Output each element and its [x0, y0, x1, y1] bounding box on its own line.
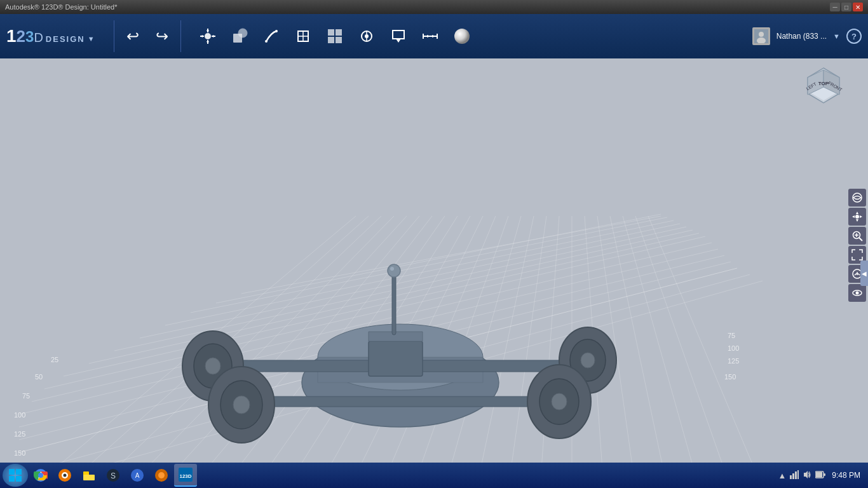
pattern-tool-button[interactable]	[353, 22, 381, 50]
svg-rect-80	[222, 396, 578, 407]
svg-rect-138	[16, 476, 22, 482]
pan-button[interactable]	[848, 208, 866, 226]
system-clock[interactable]: 9:48 PM	[832, 471, 860, 480]
svg-marker-159	[804, 471, 808, 478]
svg-rect-156	[792, 473, 794, 479]
app-name: DESIGN	[46, 34, 85, 44]
svg-marker-124	[856, 219, 858, 222]
tray-arrow-icon[interactable]: ▲	[778, 471, 786, 480]
svg-text:75: 75	[728, 332, 735, 339]
svg-marker-125	[852, 215, 855, 218]
taskbar-blender-icon[interactable]	[53, 464, 76, 487]
transform-icon	[199, 27, 217, 45]
svg-line-128	[859, 238, 862, 241]
toolbar: 123D DESIGN ▼ ↩ ↪	[0, 14, 868, 58]
toolbar-divider-1	[114, 20, 114, 52]
sketch-tool-button[interactable]	[257, 22, 285, 50]
construct-icon	[294, 27, 312, 45]
app-menu-arrow[interactable]: ▼	[88, 35, 95, 43]
svg-marker-7	[200, 35, 203, 37]
taskbar-app5-icon[interactable]: A	[126, 464, 149, 487]
svg-point-97	[390, 267, 394, 271]
taskbar-123d-icon[interactable]: 123D	[174, 464, 197, 487]
svg-point-134	[855, 292, 858, 295]
close-button[interactable]: ✕	[853, 3, 863, 11]
svg-marker-8	[213, 35, 215, 37]
avatar-icon	[754, 29, 768, 43]
svg-text:100: 100	[14, 411, 25, 419]
material-icon	[452, 27, 471, 46]
taskbar-steam-icon[interactable]: S	[102, 464, 125, 487]
primitives-tool-button[interactable]	[226, 22, 254, 50]
network-icon[interactable]	[790, 470, 799, 481]
svg-rect-137	[9, 476, 15, 482]
maximize-button[interactable]: □	[841, 3, 851, 11]
svg-point-12	[275, 30, 278, 32]
taskbar: S A 123D ▲	[0, 463, 868, 488]
measure-icon	[421, 27, 439, 45]
viewport[interactable]: 150 125 100 75 50 25 150 125 100 75 75 5…	[0, 58, 868, 488]
view-cube[interactable]: TOP LEFT FRONT	[801, 65, 846, 109]
help-button[interactable]: ?	[846, 29, 862, 44]
svg-point-144	[64, 474, 67, 477]
orbit-button[interactable]	[848, 189, 866, 207]
grid-svg: 150 125 100 75 50 25 150 125 100 75 75 5…	[0, 58, 868, 488]
blender-icon	[58, 468, 72, 482]
svg-rect-135	[9, 469, 15, 475]
main-tools-group	[194, 22, 476, 50]
autodesk-icon: 123D	[179, 468, 193, 482]
modify-tool-button[interactable]	[321, 22, 349, 50]
measure-tool-button[interactable]	[416, 22, 444, 50]
taskbar-right-area: ▲ 9:48 PM	[778, 470, 865, 481]
right-expand-tab[interactable]: ◀	[860, 261, 868, 286]
svg-text:100: 100	[728, 344, 739, 352]
expand-icon: ◀	[862, 270, 867, 277]
svg-point-141	[38, 473, 43, 478]
taskbar-explorer-icon[interactable]	[78, 464, 100, 487]
app-logo: 123D	[6, 26, 43, 46]
redo-button[interactable]: ↪	[150, 24, 174, 48]
taskbar-chrome-icon[interactable]	[29, 464, 52, 487]
logo-area: 123D DESIGN ▼	[6, 26, 95, 46]
svg-rect-93	[369, 341, 423, 376]
start-button[interactable]	[3, 464, 28, 487]
svg-point-152	[158, 472, 165, 478]
sketch-icon	[262, 27, 280, 45]
svg-marker-24	[393, 30, 404, 39]
svg-marker-5	[207, 29, 209, 31]
app6-icon	[154, 468, 168, 482]
svg-marker-25	[396, 39, 401, 43]
svg-rect-18	[328, 37, 334, 43]
construct-tool-button[interactable]	[289, 22, 317, 50]
svg-point-83	[205, 358, 220, 374]
windows-logo-icon	[8, 468, 22, 482]
svg-text:75: 75	[22, 392, 30, 400]
user-dropdown-arrow[interactable]: ▼	[833, 32, 840, 40]
toolbar-divider-2	[180, 20, 181, 52]
svg-text:150: 150	[724, 373, 736, 381]
primitives-icon	[231, 27, 248, 45]
transform-tool-button[interactable]	[194, 22, 222, 50]
visibility-button[interactable]	[848, 284, 866, 302]
svg-rect-161	[816, 472, 822, 477]
app5-icon: A	[130, 468, 144, 482]
svg-point-122	[855, 215, 859, 219]
svg-text:50: 50	[35, 373, 43, 381]
snap-tool-button[interactable]	[384, 22, 412, 50]
volume-icon[interactable]	[803, 470, 811, 481]
zoom-button[interactable]	[848, 227, 866, 245]
svg-text:25: 25	[51, 356, 58, 363]
svg-marker-126	[860, 215, 862, 218]
fit-icon	[851, 249, 863, 261]
svg-point-21	[365, 34, 369, 38]
svg-text:A: A	[135, 472, 140, 479]
material-tool-button[interactable]	[448, 22, 476, 50]
explorer-icon	[82, 468, 96, 482]
minimize-button[interactable]: ─	[830, 3, 840, 11]
battery-icon[interactable]	[815, 470, 825, 481]
svg-text:150: 150	[14, 449, 25, 457]
battery-level-icon	[815, 470, 825, 479]
undo-button[interactable]: ↩	[121, 24, 145, 48]
undo-redo-group: ↩ ↪	[121, 24, 174, 48]
taskbar-app6-icon[interactable]	[150, 464, 173, 487]
